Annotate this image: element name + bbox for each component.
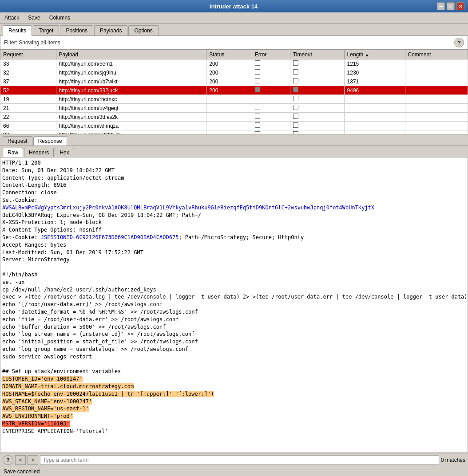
results-table: Request Payload Status Error Timeout Len… (0, 50, 468, 134)
cell-length: 9496 (344, 86, 405, 95)
cell-error[interactable] (252, 86, 290, 95)
table-row[interactable]: 22http://tinyurl.com/3dles2k (0, 113, 468, 122)
error-checkbox[interactable] (255, 114, 260, 119)
maximize-button[interactable]: □ (447, 2, 455, 10)
timeout-checkbox[interactable] (293, 105, 298, 110)
cell-timeout[interactable] (290, 59, 344, 68)
error-checkbox[interactable] (255, 96, 260, 101)
cell-payload: http://tinyurl.com/ub7wlkt (56, 77, 206, 86)
col-timeout[interactable]: Timeout (290, 50, 344, 59)
timeout-checkbox[interactable] (293, 78, 298, 83)
col-error[interactable]: Error (252, 50, 290, 59)
cell-comment (405, 77, 468, 86)
search-help-button[interactable]: ? (3, 455, 13, 465)
filter-bar: Filter: Showing all items ? (0, 35, 468, 50)
cell-error[interactable] (252, 113, 290, 122)
cell-request: 33 (0, 59, 56, 68)
tab-results[interactable]: Results (3, 25, 32, 36)
cell-error[interactable] (252, 130, 290, 134)
table-row[interactable]: 92http://tinyurl.com/v2pbh7zv (0, 130, 468, 134)
status-text: Save cancelled (4, 468, 40, 475)
cell-timeout[interactable] (290, 104, 344, 113)
cell-error[interactable] (252, 95, 290, 104)
cell-payload: http://tinyurl.com/wllmqza (56, 122, 206, 130)
timeout-checkbox[interactable] (293, 87, 298, 92)
search-next-button[interactable]: > (28, 455, 38, 465)
cell-payload: http://tinyurl.com/5em1 (56, 59, 206, 68)
tab-response[interactable]: Response (33, 136, 67, 146)
menu-save[interactable]: Save (26, 14, 42, 22)
title-bar: Intruder attack 14 — □ ✕ (0, 0, 468, 12)
cell-timeout[interactable] (290, 113, 344, 122)
cell-comment (405, 113, 468, 122)
sub-tabs: Request Response (0, 134, 468, 146)
table-row[interactable]: 66http://tinyurl.com/wllmqza (0, 122, 468, 130)
table-row[interactable]: 21http://tinyurl.com/uv4geqt (0, 104, 468, 113)
error-checkbox[interactable] (255, 78, 260, 83)
filter-help-button[interactable]: ? (454, 38, 464, 47)
error-checkbox[interactable] (255, 60, 260, 66)
red-highlight-block: MSTR_VERSION='110103' (2, 421, 70, 427)
cell-error[interactable] (252, 77, 290, 86)
search-prev-button[interactable]: < (15, 455, 26, 465)
cell-timeout[interactable] (290, 77, 344, 86)
orange-highlight-block: CUSTOMER_ID='env-1000247' DOMAIN_NAME=tr… (2, 376, 214, 419)
cell-length: 1371 (344, 77, 405, 86)
table-row[interactable]: 32http://tinyurl.com/sjq9lhu2001230 (0, 68, 468, 77)
response-content[interactable]: HTTP/1.1 200 Date: Sun, 01 Dec 2019 18:0… (0, 157, 468, 453)
tab-positions[interactable]: Positions (60, 25, 93, 35)
cell-timeout[interactable] (290, 86, 344, 95)
timeout-checkbox[interactable] (293, 122, 298, 128)
menu-columns[interactable]: Columns (48, 14, 72, 22)
timeout-checkbox[interactable] (293, 69, 298, 75)
table-row[interactable]: 33http://tinyurl.com/5em12001215 (0, 59, 468, 68)
cell-timeout[interactable] (290, 122, 344, 130)
cell-payload: http://tinyurl.com/rhcrnxc (56, 95, 206, 104)
cell-comment (405, 95, 468, 104)
results-table-container[interactable]: Request Payload Status Error Timeout Len… (0, 50, 468, 134)
col-comment[interactable]: Comment (405, 50, 468, 59)
timeout-checkbox[interactable] (293, 60, 298, 66)
cell-payload: http://tinyurl.com/332juck (56, 86, 206, 95)
cell-error[interactable] (252, 59, 290, 68)
col-status[interactable]: Status (206, 50, 252, 59)
inner-tab-raw[interactable]: Raw (3, 148, 23, 157)
cell-length (344, 130, 405, 134)
col-length[interactable]: Length ▲ (344, 50, 405, 59)
inner-tab-headers[interactable]: Headers (24, 148, 54, 157)
cell-request: 92 (0, 130, 56, 134)
cell-error[interactable] (252, 122, 290, 130)
error-checkbox[interactable] (255, 69, 260, 75)
cell-error[interactable] (252, 104, 290, 113)
table-row[interactable]: 37http://tinyurl.com/ub7wlkt2001371 (0, 77, 468, 86)
tab-options[interactable]: Options (128, 25, 158, 35)
timeout-checkbox[interactable] (293, 96, 298, 101)
tab-request[interactable]: Request (3, 136, 32, 146)
cell-timeout[interactable] (290, 68, 344, 77)
cell-timeout[interactable] (290, 130, 344, 134)
cell-comment (405, 68, 468, 77)
cookie-link: AWSALB=mPc6WgYypts3mrLxujy2Pc0nkvA1AOK8U… (2, 205, 374, 211)
cell-request: 19 (0, 95, 56, 104)
timeout-checkbox[interactable] (293, 114, 298, 119)
table-row[interactable]: 52http://tinyurl.com/332juck2009496 (0, 86, 468, 95)
cell-timeout[interactable] (290, 95, 344, 104)
error-checkbox[interactable] (255, 105, 260, 110)
col-payload[interactable]: Payload (56, 50, 206, 59)
tab-payloads[interactable]: Payloads (94, 25, 127, 35)
col-request[interactable]: Request (0, 50, 56, 59)
error-checkbox[interactable] (255, 122, 260, 128)
error-checkbox[interactable] (255, 87, 260, 92)
tab-target[interactable]: Target (33, 25, 59, 35)
minimize-button[interactable]: — (437, 2, 445, 10)
cell-status (206, 104, 252, 113)
cell-comment (405, 130, 468, 134)
cell-request: 22 (0, 113, 56, 122)
close-button[interactable]: ✕ (456, 2, 464, 10)
inner-tab-hex[interactable]: Hex (55, 148, 74, 157)
cell-error[interactable] (252, 68, 290, 77)
cell-status (206, 130, 252, 134)
table-row[interactable]: 19http://tinyurl.com/rhcrnxc (0, 95, 468, 104)
menu-attack[interactable]: Attack (3, 14, 21, 22)
search-input[interactable] (40, 455, 439, 465)
